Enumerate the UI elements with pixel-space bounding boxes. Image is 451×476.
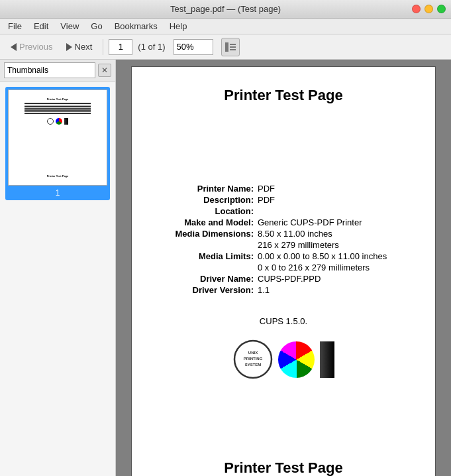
info-value: PDF: [258, 195, 275, 205]
info-label: Location:: [152, 206, 258, 216]
thumbnail-frame: Printer Test Page: [8, 89, 107, 186]
menu-bar: File Edit View Go Bookmarks Help: [0, 19, 451, 34]
info-label: Printer Name:: [152, 184, 258, 194]
zoom-wrapper: 50% 25% 75% 100% 125% 150% 200%: [168, 39, 213, 55]
svg-rect-0: [225, 42, 228, 52]
thumbnail-item[interactable]: Printer Test Page: [5, 87, 110, 200]
info-value: CUPS-PDF.PPD: [258, 274, 321, 284]
page-footer-title: Printer Test Page: [152, 420, 415, 476]
info-label: [152, 240, 258, 250]
icons-row: UNIX PRINTING SYSTEM: [233, 339, 334, 379]
info-row-driver-name: Driver Name: CUPS-PDF.PPD: [152, 274, 415, 284]
info-value: 0.00 x 0.00 to 8.50 x 11.00 inches: [258, 251, 387, 261]
close-icon: ✕: [101, 66, 108, 75]
info-row-description: Description: PDF: [152, 195, 415, 205]
info-row-media-dim1: Media Dimensions: 8.50 x 11.00 inches: [152, 229, 415, 239]
window-title: Test_page.pdf — (Test page): [170, 4, 281, 14]
doc-area[interactable]: Printer Test Page Printer Name: PDF Desc…: [116, 60, 451, 476]
thumb-line: [25, 103, 91, 104]
title-bar: Test_page.pdf — (Test page): [0, 0, 451, 19]
info-row-media-limits1: Media Limits: 0.00 x 0.00 to 8.50 x 11.0…: [152, 251, 415, 261]
menu-go[interactable]: Go: [85, 20, 107, 32]
page-container: Printer Test Page Printer Name: PDF Desc…: [131, 66, 436, 476]
info-value: 1.1: [258, 285, 270, 295]
thumb-line: [25, 111, 91, 113]
thumb-ups-icon: [47, 118, 54, 125]
info-value: PDF: [258, 184, 275, 194]
info-label: Media Dimensions:: [152, 229, 258, 239]
thumbnail-area[interactable]: Printer Test Page: [0, 82, 115, 476]
info-label: Make and Model:: [152, 217, 258, 227]
window-controls: [412, 5, 446, 13]
zoom-select[interactable]: 50% 25% 75% 100% 125% 150% 200%: [174, 39, 213, 55]
toolbar-separator: [103, 39, 103, 55]
thumb-lines: [16, 103, 99, 114]
info-label: Description:: [152, 195, 258, 205]
info-table: Printer Name: PDF Description: PDF Locat…: [152, 184, 415, 296]
color-wheel-icon: [278, 341, 315, 378]
info-row-driver-version: Driver Version: 1.1: [152, 285, 415, 295]
info-label: Driver Version:: [152, 285, 258, 295]
sidebar: Thumbnails Bookmarks ✕ Printer Test Page: [0, 60, 116, 476]
menu-help[interactable]: Help: [164, 20, 193, 32]
menu-view[interactable]: View: [55, 20, 84, 32]
main-layout: Thumbnails Bookmarks ✕ Printer Test Page: [0, 60, 451, 476]
info-row-printer-name: Printer Name: PDF: [152, 184, 415, 194]
menu-bookmarks[interactable]: Bookmarks: [109, 20, 163, 32]
info-row-media-dim2: 216 x 279 millimeters: [152, 240, 415, 250]
info-label: Media Limits:: [152, 251, 258, 261]
thumb-line: [25, 113, 91, 114]
info-label: [152, 263, 258, 272]
thumb-black-bar: [64, 118, 68, 125]
info-label: Driver Name:: [152, 274, 258, 284]
page-title: Printer Test Page: [152, 87, 415, 104]
thumb-line: [25, 109, 91, 111]
sidebar-close-button[interactable]: ✕: [98, 64, 111, 77]
svg-rect-2: [230, 46, 236, 48]
info-value: 8.50 x 11.00 inches: [258, 229, 332, 239]
page-count: (1 of 1): [138, 42, 165, 52]
next-label: Next: [75, 42, 93, 52]
cups-text: CUPS 1.5.0.: [152, 316, 415, 326]
menu-edit[interactable]: Edit: [28, 20, 54, 32]
maximize-button[interactable]: [437, 5, 446, 13]
info-value: 0 x 0 to 216 x 279 millimeters: [258, 263, 370, 272]
thumb-line: [25, 106, 91, 107]
menu-file[interactable]: File: [3, 20, 27, 32]
info-row-make-model: Make and Model: Generic CUPS-PDF Printer: [152, 217, 415, 227]
next-button[interactable]: Next: [61, 39, 98, 54]
svg-text:UNIX: UNIX: [248, 351, 257, 355]
sidebar-header: Thumbnails Bookmarks ✕: [0, 60, 115, 82]
thumb-line: [25, 108, 91, 109]
prev-arrow-icon: [11, 43, 17, 51]
svg-text:PRINTING: PRINTING: [243, 357, 262, 361]
info-row-media-limits2: 0 x 0 to 216 x 279 millimeters: [152, 263, 415, 272]
page-number-input[interactable]: [109, 39, 132, 55]
svg-text:SYSTEM: SYSTEM: [244, 363, 261, 367]
minimize-button[interactable]: [425, 5, 433, 13]
thumb-circles: [47, 118, 68, 125]
info-value: Generic CUPS-PDF Printer: [258, 217, 362, 227]
svg-rect-3: [230, 49, 236, 50]
info-row-location: Location:: [152, 206, 415, 216]
info-value: 216 x 279 millimeters: [258, 240, 339, 250]
black-bar-icon: [320, 341, 334, 378]
sidebar-toggle-button[interactable]: [221, 38, 240, 56]
thumb-title: Printer Test Page: [47, 97, 69, 101]
thumb-footer: Printer Test Page: [47, 174, 69, 178]
sidebar-icon: [225, 42, 236, 52]
thumb-line: [25, 105, 91, 106]
thumb-content: Printer Test Page: [13, 95, 101, 180]
close-button[interactable]: [412, 5, 421, 13]
ups-icon: UNIX PRINTING SYSTEM: [233, 339, 273, 379]
prev-button[interactable]: Previous: [5, 39, 58, 54]
toolbar: Previous Next (1 of 1) 50% 25% 75% 100% …: [0, 34, 451, 60]
svg-rect-1: [230, 44, 236, 45]
next-arrow-icon: [66, 43, 72, 51]
thumb-color-wheel: [56, 118, 62, 125]
prev-label: Previous: [19, 42, 53, 52]
thumbnail-label: 1: [8, 188, 107, 198]
sidebar-mode-select[interactable]: Thumbnails Bookmarks: [4, 62, 95, 78]
